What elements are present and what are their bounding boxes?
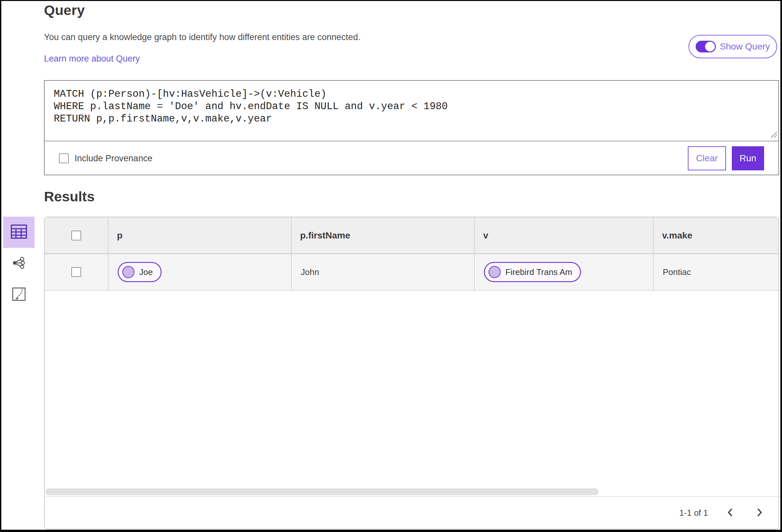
view-rail (3, 217, 35, 311)
page-frame: Query You can query a knowledge graph to… (0, 0, 782, 532)
toggle-on-icon[interactable] (696, 41, 716, 52)
results-heading: Results (44, 189, 95, 205)
row-checkbox[interactable] (71, 267, 81, 277)
select-all-checkbox[interactable] (71, 230, 81, 240)
entity-chip-label: Joe (139, 267, 153, 277)
entity-chip-person[interactable]: Joe (118, 262, 162, 282)
pagination-range: 1-1 of 1 (679, 508, 708, 518)
clear-button[interactable]: Clear (688, 146, 726, 170)
chevron-left-icon (726, 507, 734, 519)
run-button[interactable]: Run (732, 146, 764, 170)
query-code-area: MATCH (p:Person)-[hv:HasVehicle]->(v:Veh… (45, 81, 778, 141)
table-view-button[interactable] (3, 217, 35, 248)
show-query-label: Show Query (720, 41, 770, 52)
row-select-cell (45, 254, 108, 290)
query-code-input[interactable]: MATCH (p:Person)-[hv:HasVehicle]->(v:Veh… (45, 81, 778, 141)
network-view-icon (12, 256, 26, 271)
results-footer: 1-1 of 1 (45, 497, 778, 529)
toggle-knob (705, 42, 715, 51)
query-panel-footer: Include Provenance Clear Run (45, 142, 778, 175)
chevron-right-icon (756, 507, 763, 519)
show-query-toggle[interactable]: Show Query (688, 35, 777, 58)
network-view-button[interactable] (3, 248, 35, 279)
map-view-button[interactable] (3, 279, 35, 311)
horizontal-scrollbar-thumb[interactable] (45, 488, 599, 495)
prev-page-button[interactable] (723, 506, 737, 520)
entity-chip-label: Firebird Trans Am (505, 267, 572, 277)
table-view-icon (11, 224, 27, 240)
column-header-v[interactable]: v (475, 217, 653, 253)
results-table-header: p p.firstName v v.make (45, 217, 778, 254)
column-header-p[interactable]: p (108, 217, 292, 253)
query-panel: MATCH (p:Person)-[hv:HasVehicle]->(v:Veh… (44, 80, 779, 175)
entity-chip-vehicle[interactable]: Firebird Trans Am (484, 262, 581, 282)
column-header-v-make[interactable]: v.make (653, 217, 778, 253)
page-description: You can query a knowledge graph to ident… (44, 32, 360, 42)
next-page-button[interactable] (752, 506, 767, 520)
resize-handle-icon[interactable] (769, 130, 778, 140)
select-all-cell (45, 217, 108, 253)
column-header-p-firstname[interactable]: p.firstName (292, 217, 475, 253)
cell-p: Joe (108, 254, 292, 290)
map-view-icon (12, 287, 26, 302)
table-row: Joe John Firebird Trans Am Pontiac (45, 254, 778, 291)
results-panel: p p.firstName v v.make Joe John Firebird… (44, 217, 779, 529)
include-provenance-checkbox[interactable] (59, 153, 69, 163)
entity-avatar (489, 266, 501, 278)
cell-v: Firebird Trans Am (475, 254, 653, 290)
cell-p-firstname: John (292, 254, 475, 290)
page-title: Query (44, 2, 85, 18)
include-provenance-label: Include Provenance (75, 153, 152, 164)
learn-more-link[interactable]: Learn more about Query (44, 54, 140, 64)
cell-v-make: Pontiac (653, 254, 778, 290)
entity-avatar (122, 266, 135, 278)
